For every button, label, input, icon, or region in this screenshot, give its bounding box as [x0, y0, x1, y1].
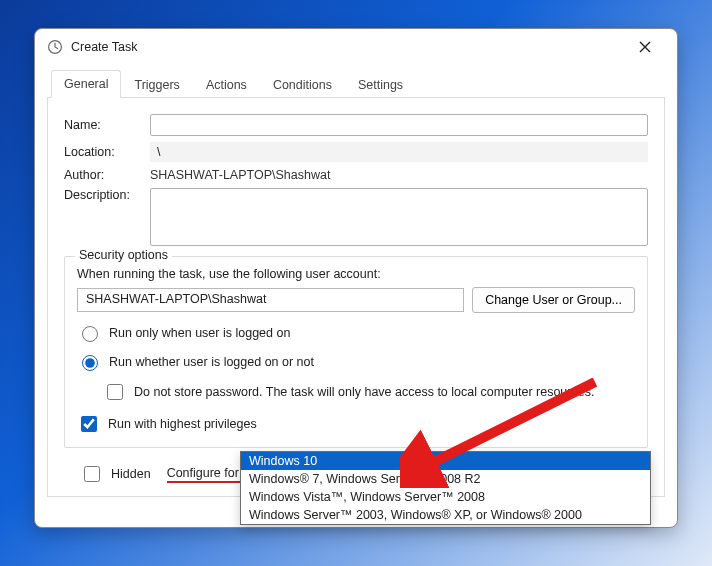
label-configure-for: Configure for:: [167, 466, 243, 483]
description-input[interactable]: [150, 188, 648, 246]
configure-option-3[interactable]: Windows Server™ 2003, Windows® XP, or Wi…: [241, 506, 650, 524]
label-name: Name:: [64, 118, 150, 132]
configure-option-2[interactable]: Windows Vista™, Windows Server™ 2008: [241, 488, 650, 506]
tab-settings[interactable]: Settings: [345, 71, 416, 98]
check-store-password-input[interactable]: [107, 384, 123, 400]
location-value: \: [150, 142, 648, 162]
radio-run-whether-input[interactable]: [82, 355, 98, 371]
radio-run-whether[interactable]: Run whether user is logged on or not: [77, 352, 635, 371]
check-highest-privileges-label: Run with highest privileges: [108, 417, 257, 431]
tab-actions[interactable]: Actions: [193, 71, 260, 98]
label-location: Location:: [64, 145, 150, 159]
check-hidden-input[interactable]: [84, 466, 100, 482]
security-prompt: When running the task, use the following…: [77, 267, 635, 281]
titlebar: Create Task: [35, 29, 677, 63]
close-button[interactable]: [623, 33, 667, 61]
check-highest-privileges-input[interactable]: [81, 416, 97, 432]
security-options-group: Security options When running the task, …: [64, 256, 648, 448]
task-scheduler-icon: [47, 39, 63, 55]
radio-run-logged-on[interactable]: Run only when user is logged on: [77, 323, 635, 342]
check-hidden-label: Hidden: [111, 467, 151, 481]
configure-option-1[interactable]: Windows® 7, Windows Server™ 2008 R2: [241, 470, 650, 488]
tab-conditions[interactable]: Conditions: [260, 71, 345, 98]
window-title: Create Task: [71, 40, 137, 54]
tab-strip: General Triggers Actions Conditions Sett…: [47, 69, 665, 98]
check-highest-privileges[interactable]: Run with highest privileges: [77, 413, 635, 435]
security-user-account: SHASHWAT-LAPTOP\Shashwat: [77, 288, 464, 312]
check-store-password-label: Do not store password. The task will onl…: [134, 385, 594, 399]
tab-general[interactable]: General: [51, 70, 121, 98]
security-options-legend: Security options: [75, 248, 172, 262]
radio-run-whether-label: Run whether user is logged on or not: [109, 355, 314, 369]
radio-run-logged-on-label: Run only when user is logged on: [109, 326, 290, 340]
configure-for-dropdown[interactable]: Windows 10 Windows® 7, Windows Server™ 2…: [240, 451, 651, 525]
radio-run-logged-on-input[interactable]: [82, 326, 98, 342]
label-description: Description:: [64, 188, 150, 202]
label-author: Author:: [64, 168, 150, 182]
change-user-button[interactable]: Change User or Group...: [472, 287, 635, 313]
tab-triggers[interactable]: Triggers: [121, 71, 192, 98]
check-store-password[interactable]: Do not store password. The task will onl…: [103, 381, 635, 403]
author-value: SHASHWAT-LAPTOP\Shashwat: [150, 168, 648, 182]
name-input[interactable]: [150, 114, 648, 136]
configure-option-0[interactable]: Windows 10: [241, 452, 650, 470]
tabpage-general: Name: Location: \ Author: SHASHWAT-LAPTO…: [47, 98, 665, 497]
check-hidden[interactable]: Hidden: [80, 463, 151, 485]
